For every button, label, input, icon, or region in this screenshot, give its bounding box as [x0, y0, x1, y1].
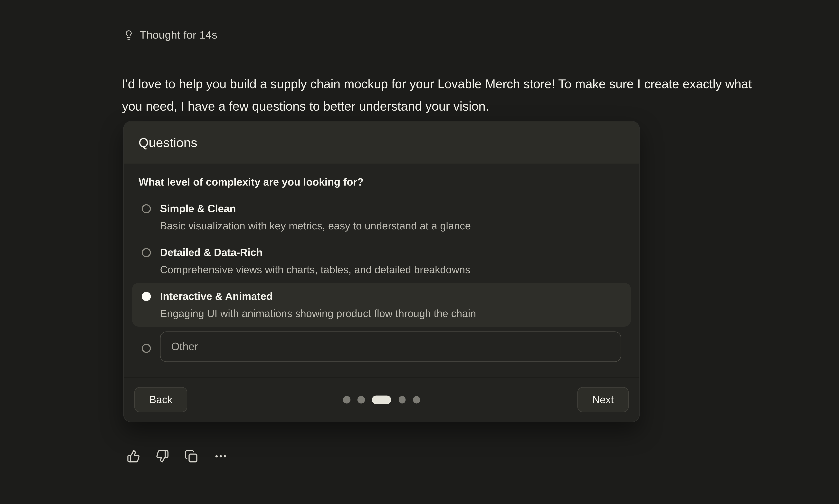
questions-card: Questions What level of complexity are y…	[123, 121, 640, 422]
thought-label: Thought for 14s	[140, 29, 217, 41]
lightbulb-icon	[124, 29, 134, 41]
thumbs-up-button[interactable]	[127, 450, 140, 463]
assistant-message-text: I'd love to help you build a supply chai…	[122, 72, 752, 117]
pagination-dot	[413, 396, 420, 403]
questions-card-header: Questions	[124, 121, 640, 164]
thumbs-down-button[interactable]	[156, 450, 169, 463]
back-button[interactable]: Back	[134, 387, 188, 412]
pagination-dot	[399, 396, 406, 403]
question-text: What level of complexity are you looking…	[139, 176, 624, 188]
pagination-dot-active	[372, 395, 391, 404]
pagination-dot	[357, 396, 365, 403]
option-other[interactable]	[132, 327, 631, 365]
radio-checked-icon[interactable]	[142, 292, 151, 301]
ellipsis-icon	[213, 457, 228, 465]
copy-button[interactable]	[185, 450, 198, 463]
other-option-input[interactable]	[160, 331, 622, 362]
option-description: Basic visualization with key metrics, ea…	[160, 219, 471, 233]
next-button[interactable]: Next	[577, 387, 629, 412]
radio-unchecked-icon[interactable]	[142, 248, 151, 257]
thumbs-down-icon	[156, 457, 169, 465]
pagination-dot	[343, 396, 350, 403]
option-simple-clean[interactable]: Simple & Clean Basic visualization with …	[132, 195, 631, 239]
option-label: Interactive & Animated	[160, 289, 476, 303]
thought-toggle[interactable]: Thought for 14s	[124, 29, 217, 41]
more-options-button[interactable]	[213, 450, 228, 463]
option-detailed-data-rich[interactable]: Detailed & Data-Rich Comprehensive views…	[132, 239, 631, 283]
option-description: Engaging UI with animations showing prod…	[160, 306, 476, 320]
questions-card-body: What level of complexity are you looking…	[124, 164, 640, 377]
chat-message-view: Thought for 14s I'd love to help you bui…	[0, 0, 839, 504]
option-interactive-animated[interactable]: Interactive & Animated Engaging UI with …	[132, 283, 631, 327]
questions-card-footer: Back Next	[124, 377, 640, 422]
pagination-dots	[343, 395, 420, 404]
radio-unchecked-icon[interactable]	[142, 204, 151, 213]
option-label: Detailed & Data-Rich	[160, 246, 470, 259]
card-title: Questions	[139, 135, 197, 150]
option-description: Comprehensive views with charts, tables,…	[160, 263, 470, 276]
option-label: Simple & Clean	[160, 202, 471, 216]
copy-icon	[185, 457, 198, 465]
radio-unchecked-icon[interactable]	[142, 343, 151, 353]
thumbs-up-icon	[127, 457, 140, 465]
message-actions-toolbar	[127, 450, 228, 463]
